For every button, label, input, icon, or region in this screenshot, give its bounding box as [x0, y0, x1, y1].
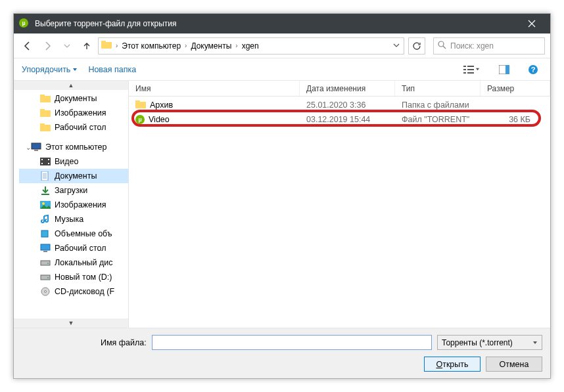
svg-rect-19 [32, 143, 41, 149]
crumb-root[interactable]: Этот компьютер [119, 41, 183, 51]
help-button[interactable]: ? [524, 62, 542, 77]
tree-item[interactable]: Изображения [19, 198, 128, 212]
filetype-select[interactable]: Торренты (*.torrent) [437, 335, 542, 350]
svg-rect-5 [463, 69, 466, 70]
svg-rect-18 [40, 123, 45, 126]
music-icon [40, 214, 51, 225]
folder-tree[interactable]: ▲ ДокументыИзображенияРабочий стол⌄Этот … [14, 81, 129, 328]
file-list: Имя Дата изменения Тип Размер Архив25.01… [129, 81, 550, 328]
tree-item-label: Изображения [55, 200, 106, 209]
svg-text:?: ? [531, 66, 536, 74]
scroll-down-button[interactable]: ▼ [14, 318, 128, 328]
svg-point-2 [438, 41, 444, 47]
file-size: 36 КБ [481, 115, 550, 124]
folder-icon [40, 93, 51, 104]
tree-item[interactable]: Музыка [19, 212, 128, 227]
scroll-up-button[interactable]: ▲ [14, 81, 128, 90]
chevron-icon[interactable]: › [183, 42, 188, 49]
breadcrumb[interactable]: › Этот компьютер › Документы › xgen [98, 37, 404, 54]
svg-rect-20 [34, 150, 38, 151]
forward-button[interactable] [39, 37, 56, 54]
close-button[interactable] [519, 14, 545, 33]
chevron-icon[interactable]: › [234, 42, 239, 49]
folder-icon [40, 108, 51, 118]
file-type: Папка с файлами [395, 100, 481, 110]
svg-rect-7 [463, 72, 466, 74]
view-menu[interactable] [458, 62, 484, 77]
svg-rect-32 [43, 251, 47, 252]
recent-dropdown[interactable] [59, 37, 76, 54]
folder-icon [101, 40, 112, 51]
organize-menu[interactable]: Упорядочить [22, 65, 78, 74]
drive-icon [40, 272, 51, 282]
cancel-button[interactable]: Отмена [486, 357, 542, 372]
tree-item-label: Видео [55, 157, 79, 166]
chevron-icon[interactable]: › [114, 42, 119, 49]
video-icon [40, 156, 51, 167]
crumb-documents[interactable]: Документы [188, 41, 234, 51]
file-row[interactable]: Архив25.01.2020 3:36Папка с файлами [129, 98, 550, 112]
pictures-icon [40, 200, 51, 210]
search-icon [438, 41, 446, 51]
column-type[interactable]: Тип [395, 81, 481, 96]
open-button[interactable]: Открыть [424, 357, 481, 372]
tree-item[interactable]: Рабочий стол [19, 241, 128, 255]
filename-label: Имя файла: [22, 338, 147, 347]
tree-item-label: CD-дисковод (F [55, 287, 114, 296]
tree-item[interactable]: Локальный дис [19, 255, 128, 270]
bottom-panel: Имя файла: Торренты (*.torrent) Открыть … [14, 328, 550, 378]
column-date[interactable]: Дата изменения [300, 81, 395, 96]
tree-item[interactable]: Видео [19, 154, 128, 169]
refresh-button[interactable] [408, 37, 425, 54]
svg-rect-1 [101, 41, 106, 43]
svg-rect-24 [48, 159, 49, 160]
file-date: 03.12.2019 15:44 [300, 115, 395, 124]
3d-icon [40, 229, 51, 239]
tree-item[interactable]: Объемные объ [19, 227, 128, 241]
tree-item-label: Загрузки [55, 186, 87, 195]
torrent-icon: µ [135, 115, 145, 124]
titlebar: µ Выберите торрент-файл для открытия [14, 14, 550, 33]
file-row[interactable]: µVideo03.12.2019 15:44Файл "TORRENT"36 К… [129, 112, 550, 127]
column-name[interactable]: Имя [129, 81, 300, 96]
cd-icon [40, 286, 51, 297]
file-name: Архив [150, 100, 173, 110]
tree-item-label: Локальный дис [55, 258, 113, 267]
search-input[interactable]: Поиск: xgen [433, 37, 545, 54]
tree-item[interactable]: Загрузки [19, 183, 128, 198]
tree-item[interactable]: ⌄Этот компьютер [19, 140, 128, 154]
column-size[interactable]: Размер [481, 81, 550, 96]
tree-item[interactable]: Документы [19, 169, 128, 183]
breadcrumb-dropdown[interactable] [389, 41, 404, 51]
downloads-icon [40, 185, 51, 196]
back-button[interactable] [19, 37, 36, 54]
file-date: 25.01.2020 3:36 [300, 100, 395, 110]
tree-item-label: Новый том (D:) [55, 272, 112, 282]
svg-rect-27 [41, 194, 49, 195]
expand-icon[interactable]: ⌄ [26, 144, 31, 151]
up-button[interactable] [78, 37, 95, 54]
tree-item[interactable]: Документы [19, 91, 128, 106]
svg-point-34 [47, 263, 49, 264]
tree-item[interactable]: Изображения [19, 106, 128, 120]
tree-item[interactable]: Новый том (D:) [19, 270, 128, 284]
docs-icon [40, 171, 51, 181]
window-title: Выберите торрент-файл для открытия [35, 19, 519, 28]
tree-item[interactable]: CD-дисковод (F [19, 284, 128, 299]
file-rows[interactable]: Архив25.01.2020 3:36Папка с файламиµVide… [129, 97, 550, 328]
search-placeholder: Поиск: xgen [450, 41, 494, 51]
column-headers: Имя Дата изменения Тип Размер [129, 81, 550, 97]
svg-rect-31 [41, 244, 50, 250]
new-folder-button[interactable]: Новая папка [88, 65, 136, 74]
filename-input[interactable] [152, 335, 432, 350]
svg-rect-33 [41, 261, 50, 265]
tree-item[interactable]: Рабочий стол [19, 120, 128, 135]
file-type: Файл "TORRENT" [395, 115, 481, 124]
svg-rect-35 [41, 275, 50, 280]
preview-pane-button[interactable] [495, 62, 513, 77]
tree-item-label: Изображения [55, 108, 106, 118]
crumb-leaf[interactable]: xgen [239, 41, 262, 51]
file-name: Video [149, 115, 170, 124]
tree-item-label: Рабочий стол [55, 123, 106, 132]
svg-rect-4 [467, 66, 474, 67]
